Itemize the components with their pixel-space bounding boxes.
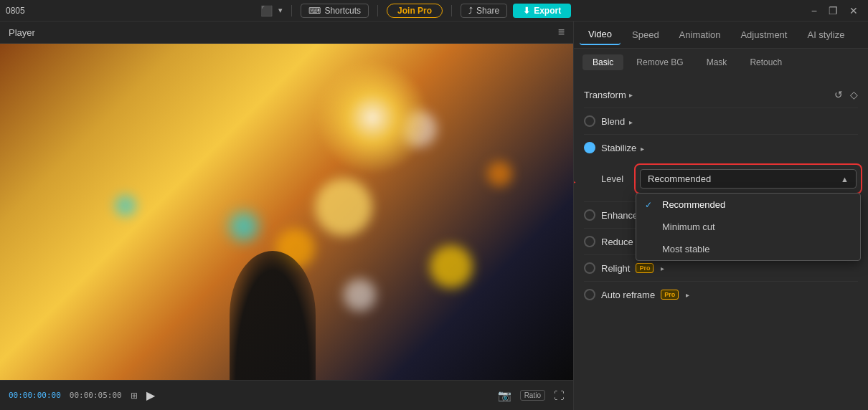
right-panel: Video Speed Animation Adjustment AI styl… (574, 22, 868, 410)
stabilize-row: Stabilize ▸ (584, 135, 858, 161)
level-row: ▶ Level Recommended ▲ ✓ Recommended (584, 161, 858, 201)
option-label: Most stable (662, 244, 709, 254)
player-panel: Player ≡ 00:00:00:00 00:00:05:0 (0, 22, 574, 410)
dropdown-chevron-up-icon: ▲ (841, 175, 849, 183)
player-title: Player (9, 27, 35, 38)
dropdown-option-recommended[interactable]: ✓ Recommended (636, 194, 860, 216)
player-controls: 00:00:00:00 00:00:05:00 ⊞ ▶ 📷 Ratio ⛶ (0, 380, 573, 410)
tab-adjustment[interactable]: Adjustment (732, 25, 796, 44)
sub-tab-bar: Basic Remove BG Mask Retouch (574, 49, 868, 76)
sub-tab-basic[interactable]: Basic (582, 54, 623, 70)
screenshot-icon[interactable]: 📷 (498, 389, 511, 402)
reset-icon[interactable]: ↺ (834, 89, 843, 100)
ratio-button[interactable]: Ratio (520, 390, 545, 401)
sub-tab-mask[interactable]: Mask (697, 54, 737, 70)
transform-icons: ↺ ◇ (834, 89, 858, 100)
share-icon: ⤴ (468, 6, 473, 16)
transform-label: Transform ▸ (584, 90, 633, 100)
time-current: 00:00:00:00 (9, 391, 61, 400)
join-pro-button[interactable]: Join Pro (387, 4, 443, 18)
blend-label: Blend ▸ (601, 116, 633, 127)
layout-icon: ▾ (278, 6, 283, 15)
shortcuts-button[interactable]: ⌨ Shortcuts (301, 4, 369, 18)
level-dropdown-container: Recommended ▲ ✓ Recommended Minimum cut (634, 163, 862, 194)
dropdown-option-minimum-cut[interactable]: Minimum cut (636, 216, 860, 238)
divider2 (377, 5, 378, 16)
player-header: Player ≡ (0, 22, 573, 44)
export-button[interactable]: ⬇ Export (513, 4, 571, 18)
diamond-icon[interactable]: ◇ (850, 89, 858, 100)
option-label: Recommended (662, 199, 725, 210)
maximize-button[interactable]: ❐ (824, 4, 842, 18)
right-content: Transform ▸ ↺ ◇ Blend ▸ (574, 76, 868, 410)
highlight-arrow: ▶ (574, 173, 575, 190)
video-container (0, 44, 573, 380)
option-label: Minimum cut (662, 221, 715, 232)
autoreframe-row: Auto reframe Pro ▸ (584, 281, 858, 308)
share-label: Share (476, 6, 499, 16)
title-bar-left: 0805 (6, 6, 25, 16)
export-label: Export (534, 6, 561, 16)
reduce-checkbox[interactable] (584, 236, 595, 247)
tab-bar: Video Speed Animation Adjustment AI styl… (574, 22, 868, 49)
fullscreen-icon[interactable]: ⛶ (554, 389, 565, 401)
dropdown-option-most-stable[interactable]: Most stable (636, 238, 860, 260)
relight-checkbox[interactable] (584, 262, 595, 274)
tab-speed[interactable]: Speed (623, 25, 668, 44)
blend-row: Blend ▸ (584, 108, 858, 135)
player-menu-icon[interactable]: ≡ (558, 26, 565, 39)
autoreframe-label: Auto reframe (601, 290, 655, 300)
shortcuts-label: Shortcuts (324, 6, 361, 16)
stabilize-label: Stabilize ▸ (601, 143, 644, 153)
export-icon: ⬇ (523, 6, 530, 16)
transform-section: Transform ▸ ↺ ◇ (584, 82, 858, 108)
relight-label: Relight (601, 263, 630, 274)
app-title: 0805 (6, 6, 25, 16)
grid-layout-icon: ⊞ (131, 391, 138, 401)
title-bar-center: ⬛ ▾ ⌨ Shortcuts Join Pro ⤴ Share ⬇ Expor… (260, 4, 571, 18)
enhance-checkbox[interactable] (584, 209, 595, 221)
relight-pro-badge: Pro (636, 263, 654, 273)
tab-ai-stylize[interactable]: AI stylize (798, 25, 853, 44)
check-icon: ✓ (645, 200, 656, 210)
autoreframe-pro-badge: Pro (661, 290, 679, 300)
share-button[interactable]: ⤴ Share (461, 4, 507, 18)
play-button[interactable]: ▶ (146, 388, 155, 402)
sub-tab-retouch[interactable]: Retouch (740, 54, 792, 70)
divider3 (451, 5, 452, 16)
sub-tab-remove-bg[interactable]: Remove BG (626, 54, 693, 70)
dropdown-menu: ✓ Recommended Minimum cut Most stable (636, 193, 861, 261)
time-total: 00:00:05:00 (70, 391, 122, 400)
stabilize-section: Stabilize ▸ ▶ Level Recommended ▲ (584, 135, 858, 201)
stabilize-checkbox[interactable] (584, 142, 595, 153)
transform-arrow: ▸ (629, 91, 633, 99)
divider (291, 5, 292, 16)
level-label: Level (601, 173, 630, 184)
tab-video[interactable]: Video (580, 24, 621, 45)
video-background (0, 44, 573, 380)
title-bar-right: − ❐ ✕ (807, 4, 862, 18)
level-dropdown[interactable]: Recommended ▲ (640, 169, 857, 189)
blend-checkbox[interactable] (584, 115, 595, 127)
monitor-icon: ⬛ (260, 5, 273, 16)
keyboard-icon: ⌨ (308, 6, 321, 16)
autoreframe-checkbox[interactable] (584, 289, 595, 300)
dropdown-selected-value: Recommended (648, 173, 711, 184)
close-button[interactable]: ✕ (845, 4, 862, 18)
tab-animation[interactable]: Animation (671, 25, 730, 44)
minimize-button[interactable]: − (807, 4, 821, 18)
title-bar: 0805 ⬛ ▾ ⌨ Shortcuts Join Pro ⤴ Share ⬇ … (0, 0, 868, 22)
main-area: Player ≡ 00:00:00:00 00:00:05:0 (0, 22, 868, 410)
